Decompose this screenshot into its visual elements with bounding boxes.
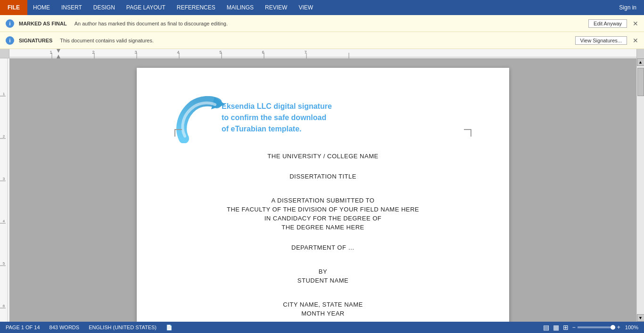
marked-final-label: MARKED AS FINAL [19, 21, 67, 26]
menu-item-design[interactable]: DESIGN [88, 0, 121, 15]
info-icon-signatures: i [6, 36, 14, 45]
svg-text:5: 5 [3, 261, 5, 266]
svg-text:2: 2 [92, 50, 94, 55]
submitted-line2: THE FACULTY OF THE DIVISION OF YOUR FIEL… [174, 206, 471, 213]
month-year: MONTH YEAR [174, 310, 471, 317]
student-name: STUDENT NAME [174, 277, 471, 284]
v-ruler-svg: 1 2 3 4 5 6 [0, 58, 9, 322]
scrollbar-track[interactable] [637, 66, 644, 314]
author-block: BY STUDENT NAME [174, 268, 471, 284]
vertical-scrollbar[interactable]: ▲ ▼ [636, 58, 644, 322]
submitted-line4: THE DEGREE NAME HERE [174, 224, 471, 231]
menu-item-review[interactable]: REVIEW [259, 0, 293, 15]
menu-bar: FILE HOME INSERT DESIGN PAGE LAYOUT REFE… [0, 0, 644, 15]
signatures-bar: i SIGNATURES This document contains vali… [0, 32, 644, 49]
document-area: Eksendia LLC digital signature to confir… [9, 58, 636, 322]
signature-text: Eksendia LLC digital signature to confir… [222, 96, 332, 135]
language: ENGLISH (UNITED STATES) [89, 325, 157, 330]
menu-item-page-layout[interactable]: PAGE LAYOUT [121, 0, 171, 15]
info-icon-marked-final: i [6, 19, 14, 28]
svg-text:4: 4 [177, 50, 179, 55]
university-name: THE UNIVERSITY / COLLEGE NAME [174, 153, 471, 160]
signatures-close-icon[interactable]: ✕ [633, 37, 638, 44]
svg-text:1: 1 [3, 92, 5, 96]
zoom-minus[interactable]: − [572, 324, 576, 331]
margin-mark-tl-h [174, 129, 182, 130]
zoom-control: − + 100% [572, 324, 638, 331]
svg-rect-1 [9, 57, 636, 58]
svg-text:3: 3 [134, 50, 137, 55]
view-signatures-button[interactable]: View Signatures... [575, 36, 627, 45]
scroll-down-button[interactable]: ▼ [637, 314, 644, 322]
menu-item-references[interactable]: REFERENCES [171, 0, 221, 15]
department: DEPARTMENT OF … [174, 244, 471, 251]
zoom-slider-thumb [611, 325, 615, 330]
dissertation-title: DISSERTATION TITLE [174, 173, 471, 180]
top-ruler-row: 1 2 3 4 5 6 7 [0, 49, 644, 58]
submitted-line1: A DISSERTATION SUBMITTED TO [174, 197, 471, 204]
ruler-svg: 1 2 3 4 5 6 7 [9, 49, 636, 58]
scroll-up-button[interactable]: ▲ [637, 58, 644, 66]
svg-text:5: 5 [219, 50, 222, 55]
svg-text:3: 3 [3, 177, 5, 181]
page-count: PAGE 1 OF 14 [6, 325, 40, 330]
edit-anyway-button[interactable]: Edit Anyway [588, 19, 627, 28]
signature-arrow [174, 96, 222, 138]
vertical-ruler: 1 2 3 4 5 6 [0, 58, 9, 322]
layout-icon2[interactable]: ▦ [553, 324, 559, 331]
layout-icon1[interactable]: ▤ [543, 324, 549, 331]
zoom-percent: 100% [625, 325, 638, 330]
svg-text:6: 6 [3, 304, 5, 308]
svg-text:4: 4 [3, 219, 5, 223]
word-count: 843 WORDS [50, 325, 80, 330]
submitted-line3: IN CANDIDACY FOR THE DEGREE OF [174, 215, 471, 222]
svg-text:2: 2 [3, 134, 5, 138]
margin-mark-tr-v [471, 129, 471, 137]
submission-block: A DISSERTATION SUBMITTED TO THE FACULTY … [174, 197, 471, 231]
menu-item-insert[interactable]: INSERT [56, 0, 88, 15]
document-icon: 📄 [166, 325, 173, 331]
main-area: 1 2 3 4 5 6 [0, 58, 644, 322]
svg-text:7: 7 [304, 50, 306, 55]
zoom-slider[interactable] [578, 326, 615, 328]
menu-item-mailings[interactable]: MAILINGS [221, 0, 259, 15]
marked-final-message: An author has marked this document as fi… [74, 21, 588, 26]
horizontal-ruler: 1 2 3 4 5 6 7 [9, 49, 636, 58]
ruler-corner [0, 49, 9, 58]
menu-item-home[interactable]: HOME [27, 0, 56, 15]
svg-rect-19 [0, 58, 9, 322]
margin-mark-tl-v [174, 129, 175, 137]
signatures-message: This document contains valid signatures. [60, 38, 575, 43]
ruler-right-corner [636, 49, 644, 58]
city-state: CITY NAME, STATE NAME [174, 301, 471, 308]
layout-icon3[interactable]: ⊞ [563, 324, 569, 331]
svg-text:1: 1 [50, 50, 52, 55]
ribbon: FILE HOME INSERT DESIGN PAGE LAYOUT REFE… [0, 0, 644, 15]
svg-text:6: 6 [262, 50, 264, 55]
document-content: THE UNIVERSITY / COLLEGE NAME DISSERTATI… [174, 153, 471, 317]
sign-in-link[interactable]: Sign in [611, 0, 644, 15]
by-label: BY [174, 268, 471, 275]
zoom-plus[interactable]: + [617, 324, 620, 331]
signature-area: Eksendia LLC digital signature to confir… [174, 96, 471, 138]
status-bar: PAGE 1 OF 14 843 WORDS ENGLISH (UNITED S… [0, 322, 644, 333]
status-right: ▤ ▦ ⊞ − + 100% [543, 324, 638, 331]
scrollbar-thumb[interactable] [637, 68, 644, 96]
signatures-label: SIGNATURES [19, 38, 52, 43]
file-tab[interactable]: FILE [0, 0, 27, 15]
marked-final-bar: i MARKED AS FINAL An author has marked t… [0, 15, 644, 32]
location-block: CITY NAME, STATE NAME MONTH YEAR [174, 301, 471, 317]
marked-final-close-icon[interactable]: ✕ [633, 20, 638, 27]
document-page: Eksendia LLC digital signature to confir… [137, 68, 509, 322]
arrow-svg [174, 96, 226, 143]
menu-item-view[interactable]: VIEW [293, 0, 319, 15]
